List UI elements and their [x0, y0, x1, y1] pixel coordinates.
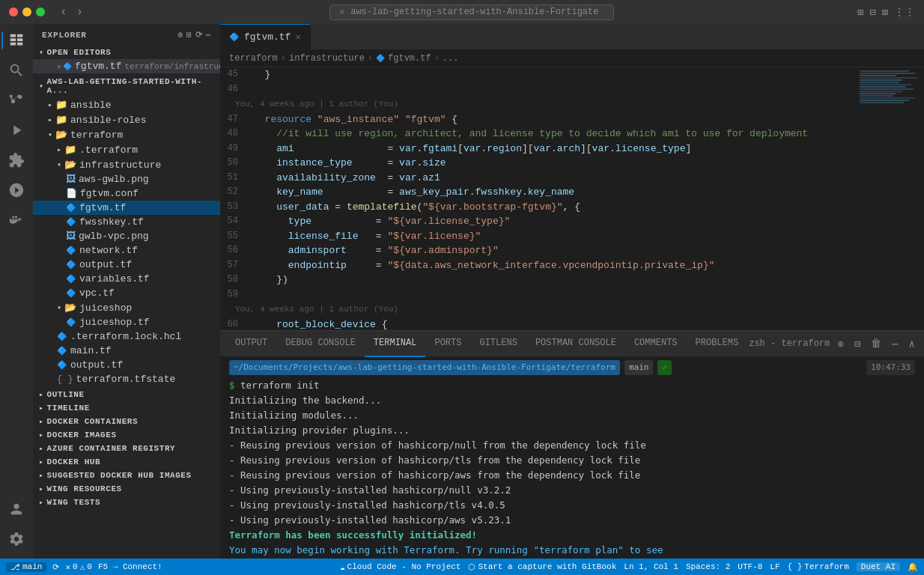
tab-fgtvm[interactable]: 🔷 fgtvm.tf ✕	[220, 24, 311, 49]
panel-tab-gitlens-label: GITLENS	[479, 338, 517, 348]
breadcrumb-file[interactable]: fgtvm.tf	[388, 53, 431, 64]
back-button[interactable]: ‹	[57, 4, 70, 20]
folder-ansible[interactable]: 📁 ansible	[33, 97, 220, 112]
status-spaces[interactable]: Spaces: 2	[686, 562, 730, 571]
status-errors[interactable]: ✕ 0 ⚠ 0	[65, 562, 91, 572]
file-juiceshop-tf[interactable]: 🔷 juiceshop.tf	[33, 315, 220, 329]
line-num-56: 56	[220, 243, 250, 258]
panel-tab-postman[interactable]: POSTMAN CONSOLE	[526, 331, 625, 357]
folder-infrastructure[interactable]: 📂 infrastructure	[33, 157, 220, 172]
status-encoding[interactable]: UTF-8	[738, 562, 762, 571]
status-cloud-code[interactable]: ☁ Cloud Code - No Project	[340, 562, 461, 572]
activity-settings[interactable]	[3, 526, 30, 553]
activity-docker[interactable]	[3, 207, 30, 234]
status-branch[interactable]: ⎇ main	[6, 562, 46, 572]
new-file-icon[interactable]: ⊕	[178, 30, 184, 40]
file-juiceshop-label: juiceshop.tf	[79, 317, 150, 328]
fullscreen-button[interactable]	[36, 7, 45, 16]
file-main-tf[interactable]: 🔷 main.tf	[33, 344, 220, 358]
breadcrumb-infrastructure[interactable]: infrastructure	[289, 53, 365, 64]
trash-terminal-btn[interactable]: 🗑	[868, 336, 884, 351]
file-aws-gwlb[interactable]: 🖼 aws-gwlb.png	[33, 172, 220, 186]
activity-accounts[interactable]	[3, 496, 30, 523]
grid-icon[interactable]: ⋮⋮	[894, 6, 915, 19]
file-output-tf-root[interactable]: 🔷 output.tf	[33, 358, 220, 372]
minimize-button[interactable]	[22, 7, 31, 16]
status-line-ending[interactable]: LF	[770, 562, 779, 571]
status-language[interactable]: { } Terraform	[788, 562, 849, 571]
panel-tab-terminal[interactable]: TERMINAL	[365, 331, 426, 357]
folder-ansible-roles[interactable]: 📁 ansible-roles	[33, 112, 220, 127]
search-box[interactable]: ⌕ aws-lab-getting-started-with-Ansible-F…	[329, 4, 614, 20]
section-wing-tests[interactable]: WING TESTS	[33, 496, 220, 509]
status-gitbook[interactable]: ⬡ Start a capture with GitBook	[468, 562, 616, 572]
activity-remote[interactable]	[3, 177, 30, 204]
file-tree: 📁 ansible 📁 ansible-roles 📂 terraform	[33, 97, 220, 386]
sidebar: Explorer ⊕ ⊞ ⟳ ⋯ OPEN EDITORS ✕ 🔷 fgtvm.…	[33, 24, 220, 559]
file-vpc-tf[interactable]: 🔷 vpc.tf	[33, 286, 220, 300]
file-network-tf[interactable]: 🔷 network.tf	[33, 243, 220, 258]
panel-tab-gitlens[interactable]: GITLENS	[470, 331, 526, 357]
file-terraform-tfstate[interactable]: { } terraform.tfstate	[33, 372, 220, 386]
search-icon: ⌕	[339, 7, 344, 18]
panel-icon[interactable]: ⊟	[869, 6, 875, 19]
status-f5[interactable]: F5 → Connect!	[98, 562, 162, 571]
blame-info-1: You, 4 weeks ago | 1 author (You)	[220, 97, 857, 112]
section-docker-hub[interactable]: DOCKER HUB	[33, 455, 220, 469]
file-terraform-lock[interactable]: 🔷 .terraform.lock.hcl	[33, 329, 220, 344]
section-outline[interactable]: OUTLINE	[33, 388, 220, 401]
layout-icon[interactable]: ⊞	[857, 6, 863, 19]
more-terminal-btn[interactable]: ⋯	[889, 336, 901, 352]
status-bell[interactable]: 🔔	[908, 562, 918, 572]
activity-explorer[interactable]	[3, 27, 30, 54]
file-variables-tf[interactable]: 🔷 variables.tf	[33, 272, 220, 286]
breadcrumb-terraform[interactable]: terraform	[229, 53, 278, 64]
breadcrumb-ellipsis[interactable]: ...	[443, 53, 459, 64]
project-header[interactable]: AWS-LAB-GETTING-STARTED-WITH-A...	[33, 75, 220, 97]
open-editor-fgtvm[interactable]: ✕ 🔷 fgtvm.tf terraform/infrastructure	[33, 59, 220, 73]
panel-tab-problems[interactable]: PROBLEMS	[687, 331, 748, 357]
tab-close-button[interactable]: ✕	[295, 31, 300, 43]
section-azure-container[interactable]: AZURE CONTAINER REGISTRY	[33, 442, 220, 455]
open-editors-header[interactable]: OPEN EDITORS	[33, 46, 220, 59]
panel-tab-comments[interactable]: COMMENTS	[625, 331, 687, 357]
status-position[interactable]: Ln 1, Col 1	[624, 562, 678, 571]
new-terminal-btn[interactable]: ⊕	[834, 336, 846, 352]
activity-run[interactable]	[3, 117, 30, 144]
activity-extensions[interactable]	[3, 147, 30, 174]
section-docker-containers[interactable]: DOCKER CONTAINERS	[33, 415, 220, 428]
more-icon[interactable]: ⋯	[205, 30, 211, 40]
folder-terraform[interactable]: 📂 terraform	[33, 127, 220, 142]
split-icon[interactable]: ⊠	[882, 6, 888, 19]
file-fgtvm-tf-label: fgtvm.tf	[79, 202, 126, 213]
forward-button[interactable]: ›	[73, 4, 87, 20]
panel-tab-debug[interactable]: DEBUG CONSOLE	[276, 331, 365, 357]
split-terminal-btn[interactable]: ⊟	[851, 336, 863, 352]
new-folder-icon[interactable]: ⊞	[186, 30, 192, 40]
terminal-content[interactable]: ~/Documents/Projects/aws-lab-getting-sta…	[220, 357, 924, 559]
folder-juiceshop[interactable]: 📂 juiceshop	[33, 300, 220, 315]
file-output-tf-infra[interactable]: 🔷 output.tf	[33, 258, 220, 272]
close-icon[interactable]: ✕	[57, 62, 61, 71]
terminal-output-reuse-null: - Reusing previous version of hashicorp/…	[229, 438, 915, 453]
file-fwsshkey[interactable]: 🔷 fwsshkey.tf	[33, 215, 220, 229]
panel-tab-ports[interactable]: PORTS	[425, 331, 470, 357]
panel-tab-output[interactable]: OUTPUT	[226, 331, 276, 357]
folder-dot-terraform[interactable]: 📁 .terraform	[33, 142, 220, 157]
status-duet-ai[interactable]: Duet AI	[857, 562, 900, 571]
status-sync[interactable]: ⟳	[52, 562, 59, 572]
error-count: 0	[73, 562, 78, 571]
refresh-icon[interactable]: ⟳	[195, 30, 203, 40]
file-fgtvm-conf[interactable]: 📄 fgtvm.conf	[33, 186, 220, 201]
section-wing-resources[interactable]: WING RESOURCES	[33, 482, 220, 496]
code-editor[interactable]: 45 } 46 You, 4 weeks ago | 1 author (You…	[220, 67, 857, 330]
maximize-panel-btn[interactable]: ∧	[906, 336, 918, 352]
file-gwlb-vpc[interactable]: 🖼 gwlb-vpc.png	[33, 229, 220, 243]
section-suggested-docker[interactable]: SUGGESTED DOCKER HUB IMAGES	[33, 469, 220, 482]
file-fgtvm-tf[interactable]: 🔷 fgtvm.tf	[33, 201, 220, 215]
close-button[interactable]	[9, 7, 18, 16]
section-timeline[interactable]: TIMELINE	[33, 401, 220, 415]
activity-search[interactable]	[3, 57, 30, 84]
activity-source-control[interactable]	[3, 87, 30, 114]
section-docker-images[interactable]: DOCKER IMAGES	[33, 428, 220, 442]
